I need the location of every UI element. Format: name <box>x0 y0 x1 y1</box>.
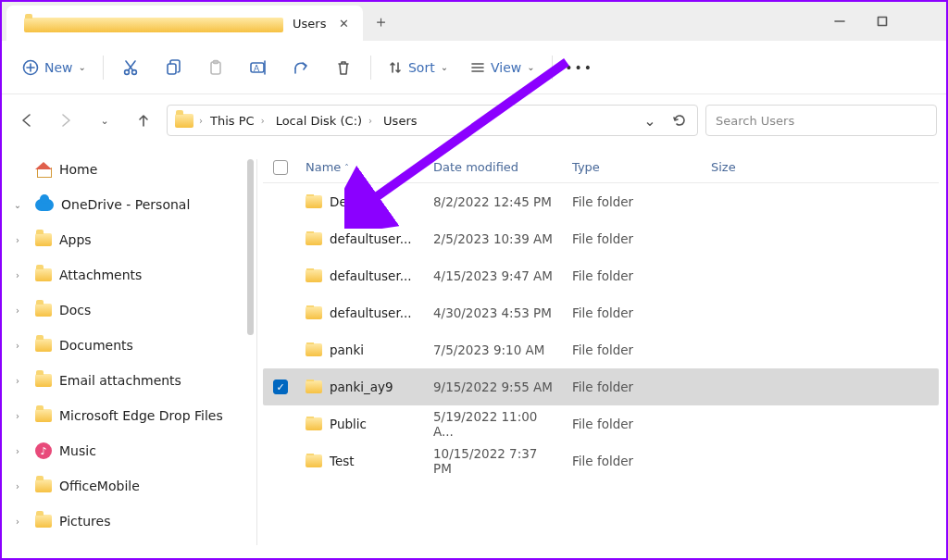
chevron-right-icon[interactable]: › <box>11 270 24 280</box>
chevron-right-icon[interactable]: › <box>11 446 24 456</box>
close-tab-button[interactable]: ✕ <box>335 15 352 31</box>
chevron-right-icon[interactable]: › <box>11 411 24 421</box>
rename-icon: A <box>249 59 268 76</box>
chevron-down-icon: ⌄ <box>79 62 86 72</box>
crumb-users[interactable]: Users <box>381 114 418 128</box>
svg-rect-9 <box>168 64 176 74</box>
header-date[interactable]: Date modified <box>426 160 565 174</box>
home-icon <box>35 162 52 178</box>
address-row: ⌄ › This PC› Local Disk (C:)› Users ⌄ Se… <box>2 94 946 146</box>
breadcrumb[interactable]: › This PC› Local Disk (C:)› Users ⌄ <box>167 105 698 136</box>
recent-button[interactable]: ⌄ <box>89 105 120 136</box>
more-button[interactable]: ••• <box>558 49 601 86</box>
tab-users[interactable]: Users ✕ <box>6 6 363 41</box>
minimize-button[interactable] <box>818 2 861 41</box>
sidebar-item-onedrive[interactable]: ⌄ OneDrive - Personal <box>2 187 257 222</box>
header-type[interactable]: Type <box>565 160 704 174</box>
table-row[interactable]: Public5/19/2022 11:00 A...File folder <box>263 405 939 442</box>
folder-icon <box>306 343 322 356</box>
sort-icon <box>388 60 403 75</box>
select-all-checkbox[interactable] <box>263 160 298 175</box>
plus-circle-icon <box>22 59 39 76</box>
folder-icon <box>35 409 52 422</box>
share-button[interactable] <box>280 49 322 86</box>
sidebar-item[interactable]: ›Apps <box>2 222 257 257</box>
file-list: Name ˄ Date modified Type Size Default8/… <box>257 146 946 558</box>
sidebar-item[interactable]: ›Docs <box>2 292 257 328</box>
main: › Home ⌄ OneDrive - Personal ›Apps›Attac… <box>2 146 946 558</box>
sidebar-item[interactable]: ›Documents <box>2 328 257 363</box>
scrollbar[interactable] <box>247 159 254 335</box>
folder-icon <box>306 454 322 467</box>
sidebar-item[interactable]: ›Email attachments <box>2 363 257 398</box>
chevron-down-icon: ⌄ <box>527 62 534 72</box>
cut-icon <box>122 59 139 76</box>
folder-icon <box>35 268 52 281</box>
delete-button[interactable] <box>322 49 365 86</box>
title-bar: Users ✕ ＋ <box>2 2 946 41</box>
sidebar-item-home[interactable]: › Home <box>2 152 257 187</box>
svg-rect-1 <box>879 18 887 26</box>
row-checkbox[interactable]: ✓ <box>273 380 288 394</box>
folder-icon <box>175 114 193 128</box>
header-name[interactable]: Name ˄ <box>298 160 426 174</box>
new-label: New <box>44 60 73 75</box>
copy-button[interactable] <box>152 49 194 86</box>
view-button[interactable]: View ⌄ <box>459 49 546 86</box>
folder-icon <box>35 374 52 387</box>
sidebar-item[interactable]: ›Microsoft Edge Drop Files <box>2 398 257 433</box>
tab-title: Users <box>293 17 326 31</box>
paste-icon <box>207 59 224 76</box>
chevron-right-icon[interactable]: › <box>11 481 24 492</box>
folder-icon <box>306 306 322 319</box>
table-row[interactable]: Test10/15/2022 7:37 PMFile folder <box>263 442 939 479</box>
chevron-down-icon[interactable]: ⌄ <box>11 200 24 210</box>
up-button[interactable] <box>128 105 159 136</box>
search-input[interactable]: Search Users <box>705 105 937 136</box>
folder-icon <box>35 479 52 492</box>
view-icon <box>470 60 485 75</box>
forward-button[interactable] <box>50 105 81 136</box>
sidebar-item[interactable]: ›Pictures <box>2 504 257 539</box>
table-row[interactable]: defaultuser...4/15/2023 9:47 AMFile fold… <box>263 257 939 294</box>
ellipsis-icon: ••• <box>565 60 593 75</box>
folder-icon <box>306 269 322 282</box>
header-size[interactable]: Size <box>704 160 939 174</box>
table-row[interactable]: defaultuser...2/5/2023 10:39 AMFile fold… <box>263 220 939 257</box>
chevron-right-icon[interactable]: › <box>11 516 24 527</box>
chevron-right-icon[interactable]: › <box>11 376 24 386</box>
column-headers: Name ˄ Date modified Type Size <box>263 152 939 183</box>
table-row[interactable]: panki7/5/2023 9:10 AMFile folder <box>263 331 939 368</box>
new-tab-button[interactable]: ＋ <box>363 2 398 41</box>
table-row[interactable]: ✓panki_ay99/15/2022 9:55 AMFile folder <box>263 368 939 405</box>
sidebar-item[interactable]: ›♪Music <box>2 433 257 468</box>
chevron-right-icon[interactable]: › <box>11 235 24 245</box>
table-row[interactable]: defaultuser...4/30/2023 4:53 PMFile fold… <box>263 294 939 331</box>
sort-button[interactable]: Sort ⌄ <box>377 49 459 86</box>
folder-icon <box>306 195 322 208</box>
chevron-right-icon[interactable]: › <box>11 341 24 351</box>
rename-button[interactable]: A <box>237 49 280 86</box>
folder-icon <box>306 232 322 245</box>
table-row[interactable]: Default8/2/2022 12:45 PMFile folder <box>263 183 939 220</box>
sidebar-item[interactable]: ›Attachments <box>2 257 257 292</box>
copy-icon <box>165 59 181 76</box>
chevron-right-icon[interactable]: › <box>11 305 24 316</box>
music-icon: ♪ <box>35 442 52 459</box>
crumb-this-pc[interactable]: This PC› <box>208 114 268 128</box>
sidebar-item[interactable]: ›OfficeMobile <box>2 468 257 504</box>
svg-text:A: A <box>254 64 260 73</box>
folder-icon <box>35 304 52 317</box>
trash-icon <box>335 59 352 76</box>
navigation-pane: › Home ⌄ OneDrive - Personal ›Apps›Attac… <box>2 146 257 558</box>
folder-icon <box>35 515 52 528</box>
refresh-button[interactable] <box>667 108 692 132</box>
back-button[interactable] <box>11 105 43 136</box>
cut-button[interactable] <box>109 49 152 86</box>
crumb-local-disk[interactable]: Local Disk (C:)› <box>274 114 376 128</box>
breadcrumb-dropdown[interactable]: ⌄ <box>638 108 662 132</box>
paste-button[interactable] <box>194 49 237 86</box>
new-button[interactable]: New ⌄ <box>11 49 97 86</box>
folder-icon <box>306 417 322 430</box>
maximize-button[interactable] <box>861 2 904 41</box>
